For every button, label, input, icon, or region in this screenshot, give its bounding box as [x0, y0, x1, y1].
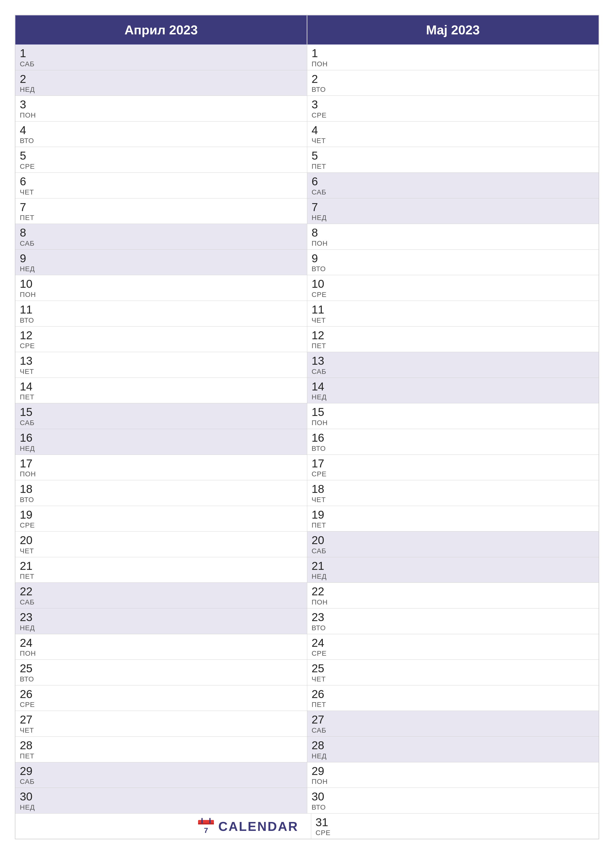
day-name: СРЕ	[20, 701, 303, 708]
svg-rect-2	[198, 823, 214, 825]
calendar-table: Април 2023 Maj 2023 1САБ1ПОН2НЕД2ВТО3ПОН…	[15, 15, 599, 839]
april-day-cell: 28ПЕТ	[16, 736, 307, 762]
day-name: САБ	[312, 727, 594, 735]
day-row: 21ПЕТ21НЕД	[16, 557, 598, 583]
day-number: 10	[20, 277, 303, 290]
day-name: САБ	[312, 188, 594, 196]
day-row: 1САБ1ПОН	[16, 45, 598, 70]
day-row: 29САБ29ПОН	[16, 763, 598, 788]
may-day-cell: 22ПОН	[307, 583, 599, 608]
day-number: 20	[312, 534, 594, 547]
day-number: 13	[312, 355, 594, 367]
april-day-cell: 24ПОН	[16, 634, 307, 660]
footer-brand: 7 CALENDAR	[197, 817, 298, 835]
day-number: 9	[312, 252, 594, 265]
brand-cell: 7 CALENDAR	[16, 814, 311, 839]
day-name: ВТО	[312, 85, 594, 93]
may-day-cell: 16ВТО	[307, 429, 599, 454]
april-day-cell: 14ПЕТ	[16, 378, 307, 403]
calendar-header: Април 2023 Maj 2023	[16, 16, 598, 45]
day-number: 8	[312, 226, 594, 239]
day-row: 16НЕД16ВТО	[16, 429, 598, 455]
day-name: САБ	[20, 60, 303, 68]
may-day-cell: 13САБ	[307, 352, 599, 378]
day-row: 5СРЕ5ПЕТ	[16, 147, 598, 173]
day-name: ПЕТ	[312, 521, 594, 529]
april-day-cell: 13ЧЕТ	[16, 352, 307, 378]
day-name: ЧЕТ	[312, 137, 594, 145]
day-name: ВТО	[312, 803, 594, 811]
day-number: 15	[20, 406, 303, 418]
day-number: 2	[312, 73, 594, 85]
day-number: 25	[312, 662, 594, 675]
day-name: ЧЕТ	[20, 727, 303, 735]
day-name: ПОН	[20, 649, 303, 657]
day-number: 24	[312, 637, 594, 649]
april-day-cell: 26СРЕ	[16, 685, 307, 711]
day-name: НЕД	[312, 393, 594, 401]
day-number: 31	[316, 816, 594, 829]
day-number: 5	[20, 149, 303, 162]
may-day-cell: 17СРЕ	[307, 455, 599, 480]
april-day-cell: 15САБ	[16, 403, 307, 429]
may-day-cell: 7НЕД	[307, 198, 599, 224]
day-number: 11	[312, 303, 594, 316]
day-name: ЧЕТ	[20, 188, 303, 196]
april-day-cell: 8САБ	[16, 224, 307, 250]
day-row: 20ЧЕТ20САБ	[16, 532, 598, 557]
day-name: СРЕ	[316, 829, 594, 837]
day-name: САБ	[20, 419, 303, 427]
april-day-cell: 3ПОН	[16, 96, 307, 121]
day-name: САБ	[312, 368, 594, 376]
may-day-cell: 20САБ	[307, 532, 599, 557]
day-name: НЕД	[312, 214, 594, 222]
april-day-cell: 4ВТО	[16, 121, 307, 147]
day-row: 6ЧЕТ6САБ	[16, 173, 598, 198]
day-number: 21	[20, 560, 303, 572]
day-row: 9НЕД9ВТО	[16, 250, 598, 275]
day-number: 20	[20, 534, 303, 547]
day-name: ПОН	[20, 470, 303, 478]
day-number: 17	[312, 457, 594, 470]
may-day-cell: 11ЧЕТ	[307, 301, 599, 326]
day-row: 26СРЕ26ПЕТ	[16, 685, 598, 711]
day-row: 30НЕД30ВТО	[16, 788, 598, 814]
day-row: 13ЧЕТ13САБ	[16, 352, 598, 378]
day-name: САБ	[20, 598, 303, 606]
may-day-cell: 14НЕД	[307, 378, 599, 403]
april-day-cell: 29САБ	[16, 763, 307, 788]
may-day-cell: 23ВТО	[307, 608, 599, 634]
day-name: ВТО	[20, 675, 303, 683]
svg-text:7: 7	[204, 826, 208, 834]
april-day-cell: 12СРЕ	[16, 327, 307, 352]
may-day-cell: 12ПЕТ	[307, 327, 599, 352]
day-number: 6	[312, 175, 594, 188]
day-row: 28ПЕТ28НЕД	[16, 736, 598, 763]
may-header: Maj 2023	[307, 16, 599, 45]
day-name: ПОН	[20, 291, 303, 299]
day-name: ЧЕТ	[312, 675, 594, 683]
day-name: ПОН	[312, 598, 594, 606]
may-day-cell: 3СРЕ	[307, 96, 599, 121]
day-name: ПОН	[312, 240, 594, 248]
day-row: 22САБ22ПОН	[16, 583, 598, 608]
day-name: СРЕ	[312, 649, 594, 657]
day-number: 1	[20, 47, 303, 60]
day-name: ПЕТ	[312, 163, 594, 170]
may-day-cell: 5ПЕТ	[307, 147, 599, 172]
day-name: СРЕ	[20, 342, 303, 350]
april-day-cell: 10ПОН	[16, 275, 307, 301]
day-name: САБ	[20, 778, 303, 786]
day-row: 3ПОН3СРЕ	[16, 96, 598, 121]
may-day-cell: 8ПОН	[307, 224, 599, 250]
day-name: НЕД	[20, 803, 303, 811]
day-name: НЕД	[312, 573, 594, 580]
april-day-cell: 6ЧЕТ	[16, 173, 307, 198]
day-name: ВТО	[312, 445, 594, 453]
day-number: 22	[312, 585, 594, 598]
day-name: ЧЕТ	[312, 316, 594, 324]
day-number: 3	[20, 98, 303, 111]
day-row: 12СРЕ12ПЕТ	[16, 327, 598, 352]
day-name: ПОН	[312, 778, 594, 786]
april-day-cell: 5СРЕ	[16, 147, 307, 172]
